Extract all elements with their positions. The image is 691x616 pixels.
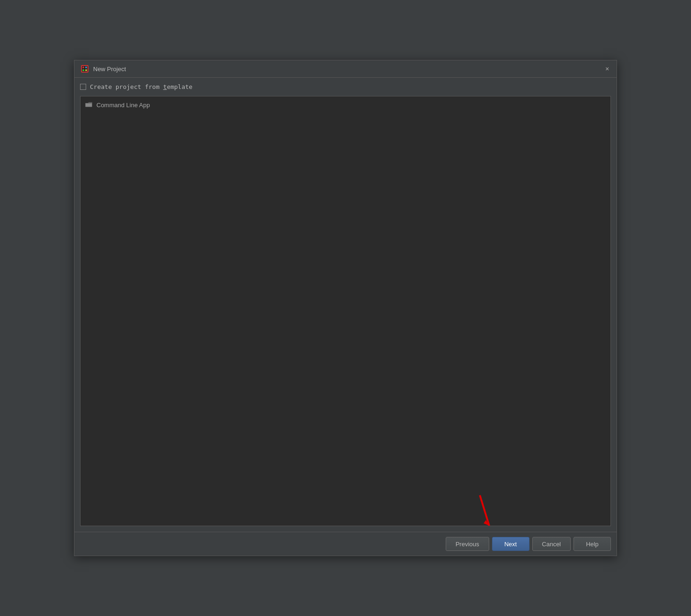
- dialog-title: New Project: [93, 66, 126, 73]
- help-button[interactable]: Help: [573, 537, 611, 551]
- title-bar: New Project ×: [74, 60, 617, 78]
- checkbox-label: Create project from template: [90, 83, 192, 90]
- svg-point-5: [85, 69, 87, 71]
- create-from-template-checkbox[interactable]: [80, 84, 86, 90]
- dialog-body: Create project from template Command Lin…: [74, 78, 617, 532]
- svg-point-3: [85, 66, 87, 68]
- title-bar-left: New Project: [80, 64, 126, 73]
- folder-icon: [85, 101, 93, 109]
- close-button[interactable]: ×: [603, 65, 611, 73]
- next-button[interactable]: Next: [492, 537, 529, 551]
- dialog-footer: Previous Next Cancel Help: [74, 532, 617, 556]
- cancel-button[interactable]: Cancel: [532, 537, 571, 551]
- checkbox-row: Create project from template: [80, 83, 611, 90]
- svg-point-4: [82, 69, 84, 71]
- template-list[interactable]: Command Line App: [80, 96, 611, 526]
- app-icon: [80, 64, 89, 73]
- svg-point-2: [82, 66, 84, 68]
- list-item[interactable]: Command Line App: [81, 98, 610, 111]
- new-project-dialog: New Project × Create project from templa…: [74, 60, 617, 556]
- template-item-label: Command Line App: [96, 102, 150, 109]
- previous-button[interactable]: Previous: [446, 537, 489, 551]
